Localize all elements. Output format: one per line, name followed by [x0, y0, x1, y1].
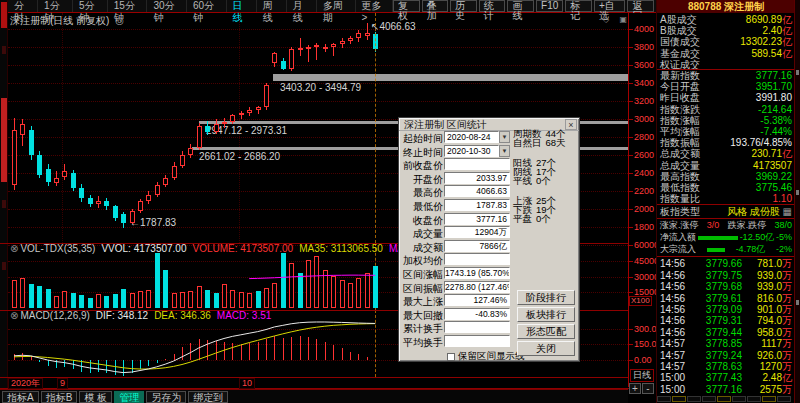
dialog-button-形态匹配[interactable]: 形态匹配	[517, 324, 575, 339]
dialog-field-最高价[interactable]: 4066.63	[444, 185, 510, 197]
period-indicator-box[interactable]: 日线	[630, 369, 654, 382]
zoom-in-button[interactable]: +	[629, 383, 641, 394]
info-label: 基金成交	[660, 48, 700, 59]
tick-volume: 2575万	[742, 384, 792, 395]
tick-price: 3779.61	[690, 293, 742, 304]
toolbar-button-返回[interactable]: 返回	[627, 0, 654, 12]
panel-tab-stub[interactable]	[657, 396, 671, 402]
dropdown-arrow-icon[interactable]: ▼	[499, 145, 510, 157]
period-tab-多周期[interactable]: 多周期	[317, 0, 356, 12]
range-end-line	[375, 13, 376, 243]
dialog-field-区间振幅[interactable]: 2278.80 (127.46%)	[444, 281, 510, 293]
panel-tab-stub[interactable]	[702, 396, 716, 402]
toolbar-button-叠加[interactable]: 叠加	[422, 0, 449, 12]
macd-header-item: DIF: 348.12	[96, 310, 148, 321]
panel-tab-stub[interactable]	[762, 396, 776, 402]
info-label: 板指类型	[660, 206, 700, 217]
toolbar-button-复权[interactable]: 复权	[393, 0, 420, 12]
collapse-icon[interactable]: ⊗	[10, 243, 18, 254]
panel-tab-stubs[interactable]	[657, 396, 795, 403]
dialog-field-label: 区间涨幅	[401, 268, 443, 282]
dropdown-arrow-icon[interactable]: ▼	[499, 131, 510, 143]
dialog-field-label: 成交额	[401, 241, 443, 255]
zoom-out-button[interactable]: -	[642, 383, 654, 394]
candle-body	[20, 124, 25, 135]
left-strip-tick	[2, 262, 6, 270]
period-tab-日线[interactable]: 日线	[227, 0, 257, 12]
dialog-field-起始时间[interactable]: 2020-08-24	[444, 131, 499, 143]
dialog-field-前收盘价[interactable]	[444, 158, 510, 170]
panel-tab-stub[interactable]	[747, 396, 761, 402]
toolbar-button-标记[interactable]: 标记	[565, 0, 592, 12]
candle-body	[146, 195, 151, 201]
dialog-button-关闭[interactable]: 关闭	[517, 341, 575, 356]
dialog-close-icon[interactable]: ×	[565, 119, 577, 130]
dialog-field-最低价[interactable]: 1787.83	[444, 199, 510, 211]
axis-tick	[629, 137, 633, 138]
advancers-value: 3/0	[707, 220, 720, 231]
toolbar-button-+自选[interactable]: +自选	[594, 0, 625, 12]
tick-volume: 2.48亿	[742, 372, 792, 383]
left-edge-toolbar[interactable]	[0, 0, 8, 403]
tick-volume: 901.0万	[742, 304, 792, 315]
panel-tab-stub[interactable]	[687, 396, 701, 402]
bottom-tab-管理[interactable]: 管理	[114, 391, 144, 403]
bottom-tab-指标A[interactable]: 指标A	[2, 391, 39, 403]
period-tab-30分钟[interactable]: 30分钟	[147, 0, 187, 12]
unit-suffix: 亿	[782, 36, 792, 47]
info-label: A股成交	[660, 14, 697, 25]
dialog-button-板块排行[interactable]: 板块排行	[517, 307, 575, 322]
dialog-field-累计换手[interactable]	[444, 321, 510, 333]
right-edge-scrollbar[interactable]	[794, 0, 800, 403]
period-tab-5分钟[interactable]: 5分钟	[73, 0, 108, 12]
dialog-field-成交量[interactable]: 12904万	[444, 226, 510, 238]
panel-tab-stub[interactable]	[717, 396, 731, 402]
updown-row: 涨家.涨停3/0跌家.跌停38/0	[657, 220, 795, 231]
dialog-field-最大回撤[interactable]: -40.83%	[444, 308, 510, 320]
dialog-field-开盘价[interactable]: 2033.97	[444, 172, 510, 184]
bottom-tab-另存为[interactable]: 另存为	[146, 391, 186, 403]
panel-tab-stub[interactable]	[777, 396, 791, 402]
bottom-tab-指标B[interactable]: 指标B	[41, 391, 78, 403]
tick-list-row: 14:573778.851117万	[657, 338, 795, 349]
collapse-icon[interactable]: ⊗	[10, 310, 18, 321]
bottom-tab-绑定到[interactable]: 绑定到	[188, 391, 228, 403]
unit-suffix: 万	[782, 258, 792, 269]
checkbox-label: 保留区间显示线	[458, 350, 525, 363]
tick-time: 14:56	[660, 304, 690, 315]
checkbox-box[interactable]	[447, 353, 455, 361]
dialog-field-成交额[interactable]: 7866亿	[444, 240, 510, 252]
dialog-field-平均换手[interactable]	[444, 335, 510, 347]
stock-header[interactable]: 880788 深注册制	[657, 0, 795, 13]
keep-lines-checkbox[interactable]: 保留区间显示线	[447, 350, 525, 363]
tick-volume: 794.0万	[742, 315, 792, 326]
flow-value: -12.50亿	[740, 232, 775, 243]
dialog-field-终止时间[interactable]: 2020-10-30	[444, 145, 499, 157]
toolbar-button-F10[interactable]: F10	[536, 0, 563, 12]
toolbar-button-画线[interactable]: 画线	[507, 0, 534, 12]
bottom-tab-模 板[interactable]: 模 板	[79, 391, 112, 403]
tick-time: 14:56	[660, 270, 690, 281]
period-tab-周线[interactable]: 周线	[257, 0, 287, 12]
period-tab-分时[interactable]: 分时	[8, 0, 38, 12]
board-type-value[interactable]: 风格 成份股 ▦	[727, 206, 792, 217]
candle-body	[96, 201, 101, 204]
period-tab-15分钟[interactable]: 15分钟	[108, 0, 148, 12]
period-tab-更多 >[interactable]: 更多 >	[356, 0, 393, 12]
toolbar-button-统计[interactable]: 统计	[479, 0, 506, 12]
dialog-field-区间涨幅[interactable]: 1743.19 (85.70%)	[444, 267, 510, 279]
dialog-field-加权均价[interactable]	[444, 253, 510, 265]
tick-list-row: 14:563779.44958.0万	[657, 327, 795, 338]
candle-body	[214, 124, 219, 132]
panel-divider	[657, 218, 795, 219]
dialog-field-收盘价[interactable]: 3777.16	[444, 213, 510, 225]
dialog-field-最大上涨[interactable]: 127.46%	[444, 294, 510, 306]
period-tab-1分钟[interactable]: 1分钟	[38, 0, 73, 12]
period-tab-60分钟[interactable]: 60分钟	[187, 0, 227, 12]
panel-tab-stub[interactable]	[672, 396, 686, 402]
axis-tick	[629, 344, 633, 345]
dialog-button-阶段排行[interactable]: 阶段排行	[517, 290, 575, 305]
toolbar-button-历史[interactable]: 历史	[450, 0, 477, 12]
period-tab-月线[interactable]: 月线	[287, 0, 317, 12]
panel-tab-stub[interactable]	[732, 396, 746, 402]
